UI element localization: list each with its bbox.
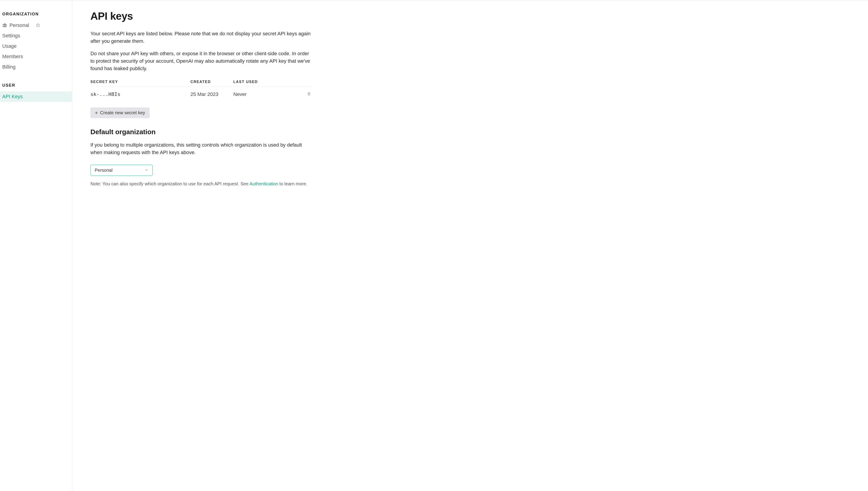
default-org-note: Note: You can also specify which organiz… [90,181,312,186]
sidebar: ORGANIZATION Personal [0,0,72,491]
briefcase-icon [2,23,7,28]
default-org-heading: Default organization [90,128,312,136]
sidebar-org-title: ORGANIZATION [0,9,72,20]
top-divider [0,0,868,1]
sidebar-item-label: Members [2,54,23,59]
description-2: Do not share your API key with others, o… [90,50,312,72]
sidebar-item-billing[interactable]: Billing [0,62,72,72]
sidebar-item-members[interactable]: Members [0,51,72,62]
default-org-select[interactable]: Personal [90,165,153,176]
sidebar-org-label: Personal [9,22,29,28]
note-suffix: to learn more. [278,181,307,186]
col-header-secret-key: SECRET KEY [90,77,191,87]
create-key-label: Create new secret key [100,110,145,115]
svg-point-3 [38,24,38,25]
cell-secret-key: sk-...H8Is [90,87,191,102]
col-header-created: CREATED [191,77,234,87]
sidebar-item-label: API Keys [2,94,23,99]
description-1: Your secret API keys are listed below. P… [90,30,312,45]
sidebar-item-label: Settings [2,33,20,39]
sidebar-item-settings[interactable]: Settings [0,31,72,41]
sidebar-org-section: ORGANIZATION Personal [0,9,72,72]
api-keys-table: SECRET KEY CREATED LAST USED sk-...H8Is … [90,77,312,102]
sidebar-item-api-keys[interactable]: API Keys [0,91,72,102]
default-org-description: If you belong to multiple organizations,… [90,141,312,156]
default-org-selected: Personal [95,168,113,173]
main-content: API keys Your secret API keys are listed… [72,0,326,491]
page-title: API keys [90,10,312,22]
sidebar-user-title: USER [0,80,72,91]
sidebar-item-org-personal[interactable]: Personal [0,20,72,31]
delete-key-button[interactable] [306,91,312,97]
create-secret-key-button[interactable]: + Create new secret key [90,108,150,118]
authentication-link[interactable]: Authentication [250,181,278,186]
sidebar-item-label: Billing [2,64,16,70]
plus-icon: + [95,110,98,115]
sidebar-user-section: USER API Keys [0,80,72,102]
col-header-last-used: LAST USED [233,77,293,87]
col-header-actions [293,77,312,87]
table-row: sk-...H8Is 25 Mar 2023 Never [90,87,312,102]
sidebar-item-label: Usage [2,43,17,49]
info-icon[interactable] [35,23,40,28]
sidebar-item-usage[interactable]: Usage [0,41,72,51]
trash-icon [307,92,311,97]
chevron-down-icon [145,168,148,173]
cell-last-used: Never [233,87,293,102]
cell-created: 25 Mar 2023 [191,87,234,102]
note-prefix: Note: You can also specify which organiz… [90,181,250,186]
